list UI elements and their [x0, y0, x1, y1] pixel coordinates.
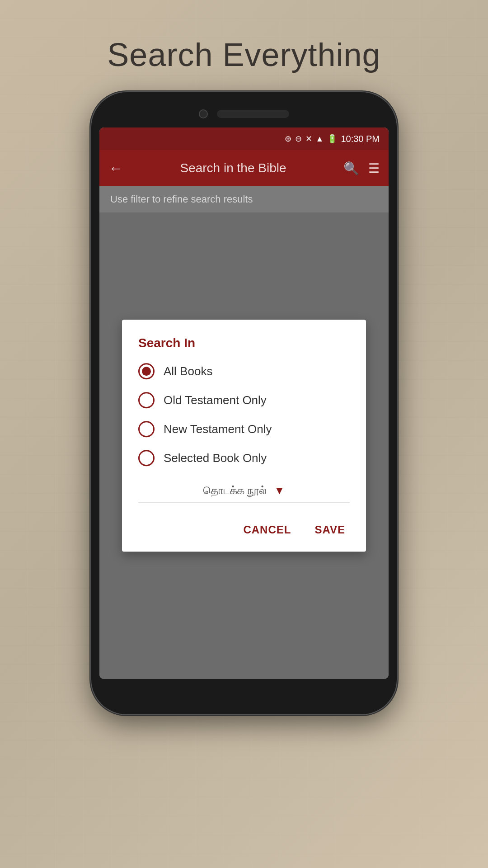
radio-old-testament[interactable]: Old Testament Only [138, 392, 350, 408]
dialog-buttons: CANCEL SAVE [138, 519, 350, 541]
save-button[interactable]: SAVE [310, 519, 350, 541]
radio-circle-selected-book [138, 450, 155, 466]
signal-bars-icon: ▲ [316, 134, 324, 144]
radio-all-books[interactable]: All Books [138, 363, 350, 379]
phone-camera [199, 109, 208, 118]
back-button[interactable]: ← [108, 160, 123, 177]
radio-circle-new-testament [138, 421, 155, 437]
phone-screen: ⊕ ⊖ ✕ ▲ 🔋 10:30 PM ← Search in the Bible… [99, 127, 389, 679]
dropdown-text: தொடக்க நூல் [203, 484, 267, 497]
app-bar-icons: 🔍 ☰ [343, 161, 380, 176]
phone-speaker [217, 110, 289, 118]
minus-circle-icon: ⊖ [295, 134, 302, 144]
radio-label-new-testament: New Testament Only [164, 422, 272, 436]
status-icons: ⊕ ⊖ ✕ ▲ 🔋 10:30 PM [285, 134, 380, 144]
phone-top-bar [99, 100, 389, 127]
radio-new-testament[interactable]: New Testament Only [138, 421, 350, 437]
search-icon[interactable]: 🔍 [343, 161, 359, 176]
hint-bar: Use filter to refine search results [99, 186, 389, 212]
radio-circle-all-books [138, 363, 155, 379]
battery-icon: 🔋 [327, 134, 337, 144]
status-bar: ⊕ ⊖ ✕ ▲ 🔋 10:30 PM [99, 127, 389, 150]
status-time: 10:30 PM [341, 134, 380, 144]
radio-circle-old-testament [138, 392, 155, 408]
add-circle-icon: ⊕ [285, 134, 291, 144]
radio-label-all-books: All Books [164, 364, 212, 378]
page-heading: Search Everything [107, 36, 380, 73]
dialog-title: Search In [138, 336, 350, 350]
app-bar-title: Search in the Bible [132, 161, 334, 175]
radio-label-selected-book: Selected Book Only [164, 451, 267, 465]
filter-icon[interactable]: ☰ [368, 161, 380, 176]
app-bar: ← Search in the Bible 🔍 ☰ [99, 150, 389, 186]
screen-content: Search In All Books Old Testament Only N… [99, 212, 389, 679]
book-dropdown[interactable]: தொடக்க நூல் ▼ [138, 479, 350, 503]
chevron-down-icon: ▼ [274, 484, 285, 497]
radio-label-old-testament: Old Testament Only [164, 393, 267, 407]
radio-selected-book[interactable]: Selected Book Only [138, 450, 350, 466]
cancel-button[interactable]: CANCEL [239, 519, 296, 541]
search-in-dialog: Search In All Books Old Testament Only N… [122, 320, 366, 552]
phone-frame: ⊕ ⊖ ✕ ▲ 🔋 10:30 PM ← Search in the Bible… [90, 91, 398, 715]
signal-x-icon: ✕ [305, 134, 312, 144]
